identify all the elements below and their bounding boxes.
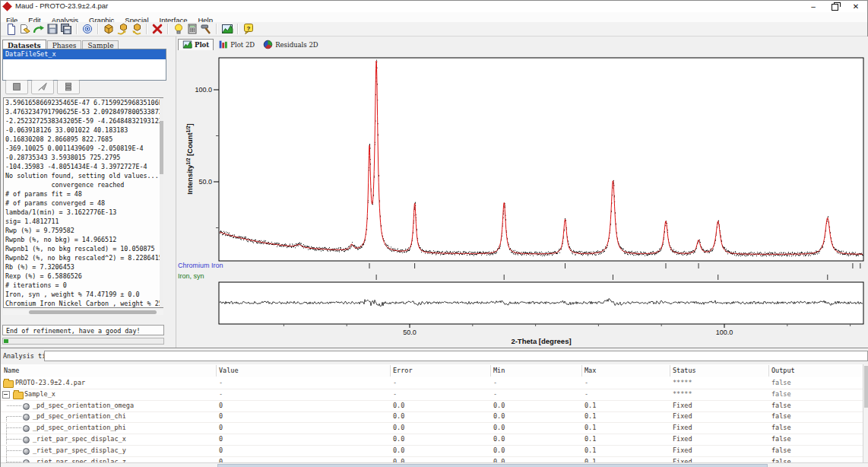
cell-status: ***** — [673, 390, 692, 398]
new-document-icon[interactable] — [5, 23, 17, 35]
progress-bar — [2, 338, 164, 345]
analysis-title-input[interactable] — [44, 351, 868, 361]
table-row-sample-x[interactable]: Sample_x----*****false — [1, 389, 863, 401]
cell-error: - — [393, 379, 397, 386]
cell-status: Fixed — [673, 402, 692, 409]
main-plot-area[interactable] — [219, 58, 863, 261]
delete-x-icon[interactable] — [151, 23, 163, 35]
console-vertical-scrollbar-thumb[interactable] — [160, 121, 163, 174]
folder-icon — [13, 392, 24, 399]
column-header-name[interactable]: Name — [4, 367, 19, 374]
x-axis-label: 2-Theta [degrees] — [511, 337, 571, 345]
column-separator — [390, 365, 391, 376]
tree-branch — [7, 450, 21, 451]
plot-tab-strip: PlotPlot 2DResiduals 2D — [178, 37, 323, 48]
column-separator — [490, 365, 491, 376]
x-tick-label: 50.0 — [403, 329, 417, 336]
cell-value: 0 — [219, 435, 223, 443]
dataset-list-item[interactable]: DataFileSet_x — [3, 49, 166, 59]
table-row--riet-par-spec-displac-z[interactable]: _riet_par_spec_displac_z00.00.00.1Fixedf… — [1, 456, 863, 462]
cell-error: 0.0 — [393, 435, 404, 443]
cell-name: _pd_spec_orientation_omega — [33, 402, 134, 409]
tree-branch — [7, 439, 21, 440]
restore-icon — [832, 4, 838, 11]
calculator-icon[interactable] — [186, 23, 198, 35]
console-horizontal-scrollbar[interactable] — [3, 310, 163, 315]
table-vertical-scrollbar-thumb[interactable] — [864, 366, 868, 408]
column-separator — [216, 365, 217, 376]
y-tick-label: 50.0 — [198, 178, 212, 186]
cell-error: 0.0 — [393, 424, 404, 431]
cell-value: - — [219, 379, 223, 386]
cell-name: Sample_x — [24, 390, 55, 398]
stack-button[interactable] — [57, 80, 80, 94]
export-object-icon[interactable] — [130, 23, 142, 35]
square-button[interactable] — [5, 80, 28, 94]
cell-value: 0 — [219, 446, 223, 454]
tree-branch — [7, 427, 21, 428]
cell-value: 0 — [219, 412, 223, 420]
open-document-icon[interactable] — [19, 23, 31, 35]
column-header-output[interactable]: Output — [771, 367, 795, 374]
column-header-max[interactable]: Max — [584, 367, 596, 374]
save-as-icon[interactable] — [60, 23, 72, 35]
refine-target-icon[interactable] — [81, 23, 93, 35]
diffraction-plot[interactable]: 50.0100.0Intensity1/2 [Count1/2]50.0100.… — [176, 48, 868, 348]
send-button[interactable] — [31, 80, 54, 94]
cell-max: - — [584, 390, 588, 398]
table-row--pd-spec-orientation-chi[interactable]: _pd_spec_orientation_chi00.00.00.1Fixedf… — [1, 411, 863, 423]
table-row--riet-par-spec-displac-y[interactable]: _riet_par_spec_displac_y00.00.00.1Fixedf… — [1, 445, 863, 457]
dataset-list[interactable]: DataFileSet_x — [2, 49, 166, 81]
y-tick-label: 100.0 — [195, 86, 212, 94]
cell-error: 0.0 — [393, 446, 404, 454]
cell-min: 0.0 — [493, 424, 505, 431]
restore-button[interactable] — [824, 1, 845, 12]
title-bar[interactable]: Maud - PROTO-23.9±2.4.par – ✕ — [1, 1, 867, 13]
folder-icon-tab — [14, 390, 19, 392]
cell-min: 0.0 — [493, 435, 505, 443]
table-row--pd-spec-orientation-phi[interactable]: _pd_spec_orientation_phi00.00.00.1Fixedf… — [1, 422, 863, 434]
cell-value: 0 — [219, 402, 223, 409]
toolbar-separator — [76, 24, 78, 34]
save-icon[interactable] — [46, 23, 59, 35]
cell-max: - — [584, 379, 588, 386]
redo-arrow-icon[interactable] — [33, 23, 45, 35]
tools-hammer-icon[interactable] — [200, 23, 212, 35]
plot-panel: PlotPlot 2DResiduals 2D 50.0100.0Intensi… — [176, 37, 868, 348]
lightbulb-icon[interactable] — [173, 23, 185, 35]
cell-name: _pd_spec_orientation_phi — [33, 424, 126, 431]
close-button[interactable]: ✕ — [845, 1, 866, 12]
table-row-proto-23-9-2-4-par[interactable]: PROTO-23.9±2.4.par----*****false — [1, 377, 863, 389]
minimize-button[interactable]: – — [803, 1, 824, 12]
minus-icon — [4, 394, 8, 395]
table-horizontal-scrollbar-thumb[interactable] — [217, 464, 768, 467]
cell-error: - — [393, 390, 397, 398]
table-row--riet-par-spec-displac-x[interactable]: _riet_par_spec_displac_x00.00.00.1Fixedf… — [1, 434, 863, 446]
help-icon[interactable]: ? — [242, 23, 255, 35]
plot-chart-icon[interactable] — [221, 23, 233, 35]
column-header-min[interactable]: Min — [493, 367, 505, 374]
parameter-icon — [23, 425, 30, 432]
console-horizontal-scrollbar-thumb[interactable] — [29, 310, 157, 314]
cell-min: 0.0 — [493, 412, 505, 420]
table-vertical-scrollbar[interactable] — [863, 364, 868, 462]
tree-branch — [7, 416, 21, 417]
progress-fill — [4, 339, 8, 343]
refinement-console[interactable]: 3.5961658669235465E-47 6.715992596835106… — [3, 97, 163, 308]
collapse-toggle[interactable] — [2, 391, 10, 399]
column-header-error[interactable]: Error — [393, 367, 413, 374]
cell-status: Fixed — [673, 424, 692, 431]
column-header-status[interactable]: Status — [673, 367, 696, 374]
parameter-icon — [23, 437, 30, 443]
import-object-icon[interactable] — [116, 23, 128, 35]
console-vertical-scrollbar[interactable] — [160, 98, 163, 307]
svg-text:?: ? — [247, 25, 251, 32]
column-header-value[interactable]: Value — [219, 367, 239, 374]
phase-label-iron-syn: Iron, syn — [178, 272, 225, 280]
table-horizontal-scrollbar[interactable] — [1, 462, 868, 467]
table-row--pd-spec-orientation-omega[interactable]: _pd_spec_orientation_omega00.00.00.1Fixe… — [1, 400, 863, 412]
parameter-panel: Analysis title: NameValueErrorMinMaxStat… — [1, 348, 868, 467]
analysis-title-strip: Analysis title: — [1, 348, 868, 365]
object-cube-icon[interactable] — [103, 23, 115, 35]
left-panel: DatasetsPhasesSample DataFileSet_x 3.596… — [1, 37, 176, 348]
